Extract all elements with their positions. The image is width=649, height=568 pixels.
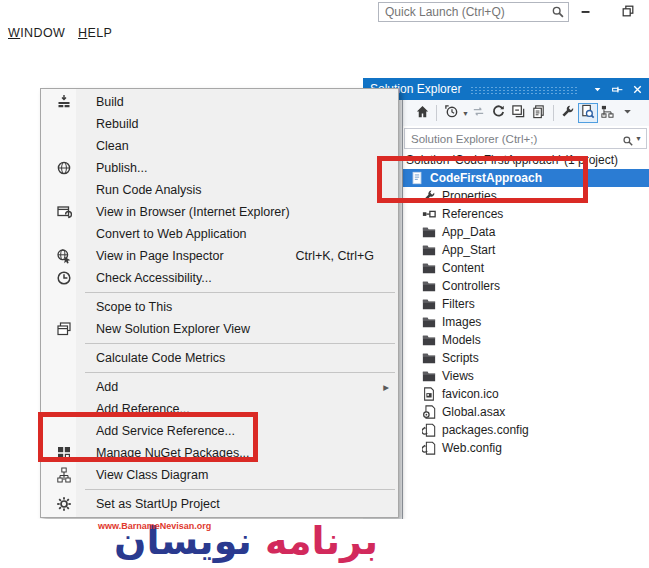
menu-item-label: View in Browser (Internet Explorer) bbox=[96, 205, 290, 219]
global-asax-icon bbox=[422, 405, 437, 419]
sync-button[interactable] bbox=[469, 103, 489, 123]
logo-word-right: برنامه bbox=[265, 519, 378, 563]
tree-item-references[interactable]: References bbox=[403, 205, 649, 223]
menu-item-view-in-page-inspector[interactable]: View in Page InspectorCtrl+K, Ctrl+G bbox=[41, 245, 398, 267]
minimize-icon bbox=[579, 4, 593, 18]
tree-item-global-asax[interactable]: Global.asax bbox=[403, 403, 649, 421]
wrench-icon bbox=[560, 104, 575, 123]
tree-item-images[interactable]: Images bbox=[403, 313, 649, 331]
tree-item-label: Views bbox=[442, 369, 474, 383]
references-icon bbox=[422, 207, 437, 221]
menu-item-scope-to-this[interactable]: Scope to This bbox=[41, 296, 398, 318]
search-icon[interactable] bbox=[622, 133, 634, 145]
tree-item-label: Filters bbox=[442, 297, 475, 311]
tree-item-app-data[interactable]: App_Data bbox=[403, 223, 649, 241]
tree-item-content[interactable]: Content bbox=[403, 259, 649, 277]
search-placeholder: Solution Explorer (Ctrl+;) bbox=[411, 133, 622, 145]
tree-item-packages-config[interactable]: packages.config bbox=[403, 421, 649, 439]
titlebar-drag-texture bbox=[470, 86, 578, 95]
menu-item-set-as-startup-project[interactable]: Set as StartUp Project bbox=[41, 493, 398, 515]
tree-item-label: Global.asax bbox=[442, 405, 505, 419]
menu-item-add[interactable]: Add▶ bbox=[41, 376, 398, 398]
tree-item-controllers[interactable]: Controllers bbox=[403, 277, 649, 295]
image-file-icon bbox=[422, 387, 437, 401]
menu-item-label: New Solution Explorer View bbox=[96, 322, 250, 336]
chevron-down-icon[interactable]: ▼ bbox=[635, 135, 642, 142]
menu-item-label: Build bbox=[96, 95, 124, 109]
preview-selected-icon bbox=[580, 104, 595, 123]
quick-launch-box[interactable] bbox=[378, 2, 569, 22]
sync-icon bbox=[471, 104, 486, 123]
highlight-box-project bbox=[377, 156, 588, 203]
show-all-files-button[interactable] bbox=[598, 103, 618, 123]
menu-item-build[interactable]: Build bbox=[41, 91, 398, 113]
pending-changes-button[interactable] bbox=[441, 103, 461, 123]
tree-item-web-config[interactable]: Web.config bbox=[403, 439, 649, 457]
search-icon[interactable] bbox=[551, 5, 565, 19]
menu-item-label: Rebuild bbox=[96, 117, 138, 131]
quick-launch-input[interactable] bbox=[385, 5, 551, 19]
preview-selected-button[interactable] bbox=[578, 103, 598, 123]
caret-down-button[interactable] bbox=[618, 103, 638, 123]
solution-explorer-toolbar: ▼ bbox=[403, 100, 649, 126]
tree-item-app-start[interactable]: App_Start bbox=[403, 241, 649, 259]
tree-item-favicon-ico[interactable]: favicon.ico bbox=[403, 385, 649, 403]
tree-item-scripts[interactable]: Scripts bbox=[403, 349, 649, 367]
tree-item-label: References bbox=[442, 207, 503, 221]
blank-icon bbox=[56, 182, 72, 198]
pending-changes-icon bbox=[444, 104, 459, 123]
menu-item-rebuild[interactable]: Rebuild bbox=[41, 113, 398, 135]
tree-item-label: App_Data bbox=[442, 225, 495, 239]
restore-button[interactable] bbox=[612, 1, 644, 21]
copy-docs-button[interactable] bbox=[529, 103, 549, 123]
tree-item-label: Images bbox=[442, 315, 481, 329]
close-icon[interactable] bbox=[629, 82, 645, 97]
blank-icon bbox=[56, 226, 72, 242]
solution-explorer-search[interactable]: Solution Explorer (Ctrl+;) ▼ bbox=[404, 128, 647, 149]
solution-explorer-titlebar[interactable]: Solution Explorer bbox=[363, 78, 649, 100]
menu-shortcut: Ctrl+K, Ctrl+G bbox=[296, 249, 399, 263]
menu-item-view-in-browser-internet-explorer[interactable]: View in Browser (Internet Explorer) bbox=[41, 201, 398, 223]
folder-icon bbox=[422, 243, 437, 257]
menu-item-label: Publish... bbox=[96, 161, 147, 175]
show-all-files-icon bbox=[600, 104, 615, 123]
tree-item-models[interactable]: Models bbox=[403, 331, 649, 349]
collapse-all-button[interactable] bbox=[509, 103, 529, 123]
home-button[interactable] bbox=[412, 103, 432, 123]
restore-icon bbox=[621, 4, 635, 18]
folder-icon bbox=[422, 369, 437, 383]
blank-icon bbox=[56, 138, 72, 154]
menu-item-calculate-code-metrics[interactable]: Calculate Code Metrics bbox=[41, 347, 398, 369]
window-position-icon[interactable] bbox=[589, 82, 605, 97]
menu-help[interactable]: HELP bbox=[78, 26, 112, 40]
menu-item-run-code-analysis[interactable]: Run Code Analysis bbox=[41, 179, 398, 201]
folder-icon bbox=[422, 225, 437, 239]
browser-icon bbox=[56, 204, 72, 220]
highlight-box-manage-nuget bbox=[38, 412, 258, 462]
menu-separator bbox=[85, 343, 395, 344]
menu-window[interactable]: WINDOW bbox=[8, 26, 65, 40]
config-file-icon bbox=[422, 423, 437, 437]
chevron-down-icon[interactable]: ▼ bbox=[462, 110, 469, 117]
menu-item-label: Clean bbox=[96, 139, 129, 153]
menu-item-publish[interactable]: Publish... bbox=[41, 157, 398, 179]
watermark-strip: برنامه نویسان www.BarnameNevisan.org bbox=[0, 519, 649, 568]
menu-item-clean[interactable]: Clean bbox=[41, 135, 398, 157]
blank-icon bbox=[56, 299, 72, 315]
menu-item-new-solution-explorer-view[interactable]: New Solution Explorer View bbox=[41, 318, 398, 340]
page-inspector-icon bbox=[56, 248, 72, 264]
minimize-button[interactable] bbox=[570, 1, 602, 21]
folder-icon bbox=[422, 297, 437, 311]
build-icon bbox=[56, 94, 72, 110]
auto-hide-pin-icon[interactable] bbox=[609, 82, 625, 97]
menu-item-check-accessibility[interactable]: Check Accessibility... bbox=[41, 267, 398, 289]
tree-item-label: packages.config bbox=[442, 423, 529, 437]
config-file-icon bbox=[422, 441, 437, 455]
menu-item-convert-to-web-application[interactable]: Convert to Web Application bbox=[41, 223, 398, 245]
refresh-button[interactable] bbox=[489, 103, 509, 123]
tree-item-filters[interactable]: Filters bbox=[403, 295, 649, 313]
blank-icon bbox=[56, 350, 72, 366]
menu-item-view-class-diagram[interactable]: View Class Diagram bbox=[41, 464, 398, 486]
tree-item-views[interactable]: Views bbox=[403, 367, 649, 385]
wrench-button[interactable] bbox=[558, 103, 578, 123]
